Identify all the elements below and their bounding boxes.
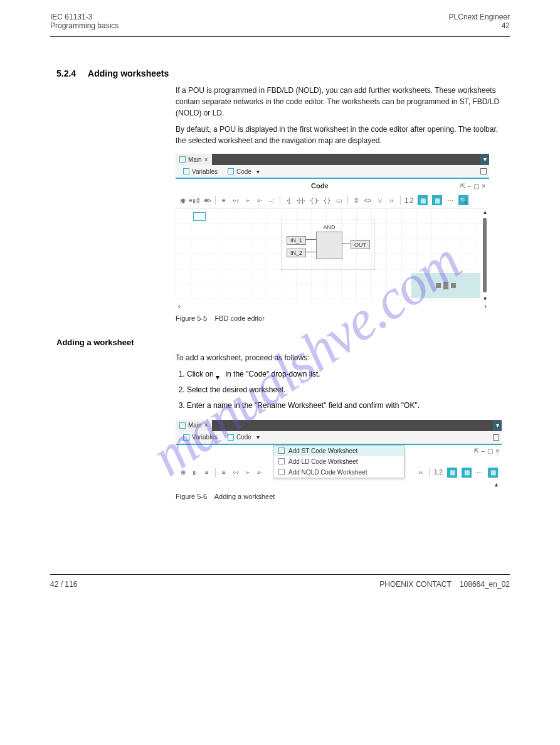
header-left-line2: Programming basics: [50, 21, 119, 30]
pin-icon[interactable]: ⇱: [460, 183, 465, 190]
subtab-variables[interactable]: Variables: [178, 431, 223, 444]
dash-icon[interactable]: –:: [268, 195, 275, 205]
pin-icon[interactable]: ⇱: [474, 448, 479, 454]
wire: [342, 244, 351, 244]
tab-overflow-button[interactable]: ▾: [480, 154, 489, 165]
subtab-code[interactable]: Code: [223, 165, 256, 179]
header-right: PLCnext Engineer 42: [449, 13, 510, 30]
grid3-icon[interactable]: ▦: [488, 468, 498, 478]
page-header: IEC 61131-3 Programming basics PLCnext E…: [0, 0, 560, 36]
resize-icon[interactable]: <>: [364, 195, 372, 205]
tab-main[interactable]: Main ×: [176, 420, 212, 431]
list-icon[interactable]: ≡: [203, 468, 211, 478]
grid-view-icon[interactable]: ▦: [418, 195, 428, 205]
selection-marker[interactable]: [193, 212, 206, 221]
and-block[interactable]: AND: [316, 232, 342, 259]
palette-icon[interactable]: ⫼: [179, 197, 186, 204]
footer-line: 42 / 116 PHOENIX CONTACT 108664_en_02: [0, 575, 560, 614]
restore-window-icon[interactable]: [493, 434, 499, 441]
grid-snap-icon[interactable]: ▦: [462, 468, 472, 478]
input-1-block[interactable]: IN_1: [287, 236, 306, 245]
scroll-thumb[interactable]: [483, 218, 487, 292]
zoom-level[interactable]: 1.2: [405, 195, 414, 205]
code-icon: [228, 434, 234, 441]
resize-icon[interactable]: <>: [204, 197, 211, 204]
menu-add-st[interactable]: Add ST Code Worksheet: [273, 446, 404, 456]
close-panel-icon[interactable]: ×: [482, 183, 485, 190]
st-icon: [278, 448, 285, 454]
dropdown-arrow-icon: ▾: [216, 372, 223, 378]
page-content: 5.2.4 Adding worksheets If a POU is prog…: [0, 37, 560, 537]
scroll-up-icon[interactable]: ▴: [495, 481, 498, 488]
close-panel-icon[interactable]: ×: [495, 448, 499, 454]
arrow-right-icon[interactable]: ›·: [244, 468, 251, 478]
subtab-code[interactable]: Code: [223, 431, 256, 445]
menu-add-ld[interactable]: Add LD Code Worksheet: [273, 456, 404, 467]
arrows-icon[interactable]: ‹·›: [232, 195, 240, 205]
list-icon[interactable]: ≡: [189, 197, 193, 204]
resize-h-icon[interactable]: ›‹: [388, 195, 396, 205]
function-block-network[interactable]: AND IN_1 IN_2 OUT: [281, 220, 375, 270]
maximize-icon[interactable]: ▢: [473, 183, 479, 190]
zoom-level[interactable]: 1.2: [434, 468, 443, 478]
step-1b: in the "Code" drop-down list.: [225, 370, 320, 378]
close-icon[interactable]: ×: [204, 156, 208, 163]
menu-add-nold[interactable]: Add NOLD Code Worksheet: [273, 467, 404, 478]
code-canvas[interactable]: ⫼ ≡ ⇕ <> AND IN_1 IN_2 OUT: [176, 208, 489, 302]
document-icon: [179, 156, 186, 163]
horizontal-scrollbar[interactable]: ‹ ›: [176, 302, 489, 311]
variables-icon: [183, 434, 189, 441]
footer-left: 42 / 116: [50, 580, 77, 589]
resize-h-icon[interactable]: ›‹: [417, 468, 425, 478]
collapse-icon[interactable]: ⩒: [376, 195, 384, 205]
subtab-code-label: Code: [236, 168, 251, 175]
chevron-down-icon[interactable]: ▾: [256, 168, 263, 175]
list2-icon[interactable]: ≡: [220, 195, 228, 205]
double-arrow-icon[interactable]: »·: [256, 195, 263, 205]
double-arrow-icon[interactable]: »·: [256, 468, 263, 478]
fbd-icon[interactable]: ▭: [335, 195, 343, 205]
expand-v-icon[interactable]: ⇕: [352, 195, 360, 205]
bracket-icon[interactable]: ·[: [285, 195, 292, 205]
subtab-variables[interactable]: Variables: [178, 164, 223, 178]
editor-toolbar: ⊕ ⫼ ≡ ≡ ‹·› ›· »· –: ·[ ·|·|· ·( )· { } …: [176, 193, 489, 208]
output-block[interactable]: OUT: [351, 240, 370, 249]
expand-icon[interactable]: ⇕: [196, 197, 201, 204]
dots-icon[interactable]: ⋯: [476, 468, 483, 478]
close-icon[interactable]: ×: [204, 422, 208, 429]
tab-main[interactable]: Main ×: [176, 154, 212, 165]
scroll-right-icon[interactable]: ›: [484, 302, 487, 311]
minimize-icon[interactable]: –: [468, 183, 472, 190]
arrows-icon[interactable]: ‹·›: [232, 468, 240, 478]
window-controls: ⇱ – ▢ ×: [474, 448, 499, 454]
document-icon: [179, 422, 186, 429]
grid-snap-icon[interactable]: ▦: [432, 195, 442, 205]
tab-overflow-button[interactable]: ▾: [493, 420, 502, 431]
contact-icon[interactable]: ·|·|·: [297, 195, 305, 205]
scroll-down-icon[interactable]: ▾: [483, 295, 487, 302]
section-heading: 5.2.4 Adding worksheets: [56, 68, 504, 78]
add-object-icon[interactable]: ⊕: [179, 468, 187, 478]
vertical-scrollbar[interactable]: ▴ ▾: [482, 208, 488, 302]
subtab-bar: Variables Code ▾: [176, 431, 502, 445]
figure-caption-2: Figure 5-6 Adding a worksheet: [176, 493, 504, 500]
list2-icon[interactable]: ≡: [220, 468, 228, 478]
scroll-up-icon[interactable]: ▴: [483, 208, 487, 215]
minimize-icon[interactable]: –: [482, 448, 485, 454]
chevron-down-icon[interactable]: ▾: [256, 434, 263, 441]
maximize-icon[interactable]: ▢: [487, 448, 493, 454]
variables-icon: [183, 168, 189, 174]
coil-icon[interactable]: ·( )·: [310, 195, 319, 205]
ld-icon: [278, 458, 285, 464]
input-2-block[interactable]: IN_2: [287, 249, 306, 257]
figcap-text: Adding a worksheet: [214, 493, 275, 500]
dots-icon[interactable]: ⋯: [446, 195, 454, 205]
jump-icon[interactable]: { }: [324, 195, 331, 205]
grid-view-icon[interactable]: ▦: [447, 468, 457, 478]
scroll-left-icon[interactable]: ‹: [178, 302, 181, 311]
zoom-fit-icon[interactable]: 🔍: [458, 195, 468, 205]
restore-window-icon[interactable]: [480, 168, 487, 174]
navigation-minimap[interactable]: [411, 273, 480, 298]
toolbar-icon[interactable]: ⫼: [191, 468, 199, 478]
arrow-right-icon[interactable]: ›·: [244, 195, 251, 205]
